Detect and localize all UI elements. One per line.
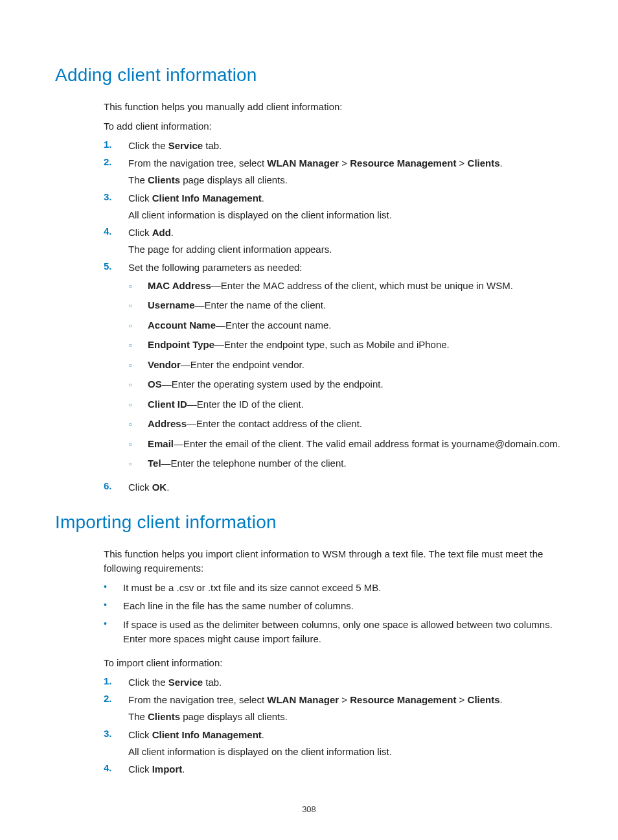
sub-body: Username—Enter the name of the client. xyxy=(148,298,563,313)
bullet-body: If space is used as the delimiter betwee… xyxy=(123,618,563,647)
circle-bullet-icon: ○ xyxy=(128,338,148,353)
circle-bullet-icon: ○ xyxy=(128,279,148,294)
bullet-dot-icon: • xyxy=(104,618,123,647)
circle-bullet-icon: ○ xyxy=(128,377,148,392)
bullet-body: It must be a .csv or .txt file and its s… xyxy=(123,581,563,596)
sub-item: ○Endpoint Type—Enter the endpoint type, … xyxy=(128,338,563,353)
step-number: 4. xyxy=(104,762,128,776)
circle-bullet-icon: ○ xyxy=(128,318,148,333)
step-line: Click the Service tab. xyxy=(128,139,563,153)
step-item: 3.Click Client Info Management.All clien… xyxy=(104,728,563,759)
page-number: 308 xyxy=(0,804,618,814)
step-number: 6. xyxy=(104,480,128,495)
step-body: Click Client Info Management.All client … xyxy=(128,191,563,222)
step-number: 2. xyxy=(104,693,128,724)
step-line: The page for adding client information a… xyxy=(128,242,563,257)
step-item: 1.Click the Service tab. xyxy=(104,675,563,690)
paragraph: This function helps you manually add cli… xyxy=(104,100,563,114)
sub-item: ○Account Name—Enter the account name. xyxy=(128,318,563,333)
step-item: 6.Click OK. xyxy=(104,480,563,495)
step-item: 4.Click Add.The page for adding client i… xyxy=(104,226,563,257)
step-body: From the navigation tree, select WLAN Ma… xyxy=(128,156,563,187)
sub-body: Client ID—Enter the ID of the client. xyxy=(148,397,563,412)
ordered-steps-a: 1.Click the Service tab.2.From the navig… xyxy=(104,139,563,495)
step-line: From the navigation tree, select WLAN Ma… xyxy=(128,693,563,707)
sub-item: ○Username—Enter the name of the client. xyxy=(128,298,563,313)
circle-bullet-icon: ○ xyxy=(128,417,148,432)
sub-item: ○Address—Enter the contact address of th… xyxy=(128,417,563,432)
sub-body: OS—Enter the operating system used by th… xyxy=(148,377,563,392)
section-body-b: This function helps you import client in… xyxy=(104,547,563,776)
step-line: Click OK. xyxy=(128,480,563,495)
sub-item: ○Tel—Enter the telephone number of the c… xyxy=(128,456,563,471)
paragraph: To add client information: xyxy=(104,119,563,134)
bullet-item: •Each line in the file has the same numb… xyxy=(104,599,563,614)
sub-list: ○MAC Address—Enter the MAC address of th… xyxy=(128,279,563,471)
paragraph: To import client information: xyxy=(104,656,563,670)
step-item: 4.Click Import. xyxy=(104,762,563,776)
sub-body: Vendor—Enter the endpoint vendor. xyxy=(148,358,563,373)
step-body: Click the Service tab. xyxy=(128,675,563,690)
bullet-dot-icon: • xyxy=(104,599,123,614)
sub-body: Email—Enter the email of the client. The… xyxy=(148,437,563,452)
sub-item: ○Email—Enter the email of the client. Th… xyxy=(128,437,563,452)
step-number: 2. xyxy=(104,156,128,187)
sub-body: Endpoint Type—Enter the endpoint type, s… xyxy=(148,338,563,353)
step-body: Set the following parameters as needed:○… xyxy=(128,261,563,476)
circle-bullet-icon: ○ xyxy=(128,456,148,471)
step-line: Click Import. xyxy=(128,762,563,776)
sub-body: Address—Enter the contact address of the… xyxy=(148,417,563,432)
bullet-item: •It must be a .csv or .txt file and its … xyxy=(104,581,563,596)
heading-adding-client-information: Adding client information xyxy=(55,65,563,86)
step-number: 1. xyxy=(104,675,128,690)
heading-importing-client-information: Importing client information xyxy=(55,512,563,533)
step-number: 4. xyxy=(104,226,128,257)
step-line: All client information is displayed on t… xyxy=(128,745,563,759)
step-item: 2.From the navigation tree, select WLAN … xyxy=(104,156,563,187)
paragraph: This function helps you import client in… xyxy=(104,547,563,576)
step-item: 3.Click Client Info Management.All clien… xyxy=(104,191,563,222)
ordered-steps-b: 1.Click the Service tab.2.From the navig… xyxy=(104,675,563,777)
step-body: From the navigation tree, select WLAN Ma… xyxy=(128,693,563,724)
circle-bullet-icon: ○ xyxy=(128,397,148,412)
step-number: 1. xyxy=(104,139,128,153)
sub-body: Account Name—Enter the account name. xyxy=(148,318,563,333)
step-item: 1.Click the Service tab. xyxy=(104,139,563,153)
sub-body: MAC Address—Enter the MAC address of the… xyxy=(148,279,563,294)
step-line: Click Add. xyxy=(128,226,563,240)
bullet-item: •If space is used as the delimiter betwe… xyxy=(104,618,563,647)
bullet-dot-icon: • xyxy=(104,581,123,596)
step-line: Set the following parameters as needed: xyxy=(128,261,563,275)
step-number: 5. xyxy=(104,261,128,476)
step-line: The Clients page displays all clients. xyxy=(128,710,563,724)
step-number: 3. xyxy=(104,191,128,222)
step-body: Click Add.The page for adding client inf… xyxy=(128,226,563,257)
bullet-body: Each line in the file has the same numbe… xyxy=(123,599,563,614)
section-body-a: This function helps you manually add cli… xyxy=(104,100,563,494)
step-line: Click Client Info Management. xyxy=(128,191,563,205)
step-number: 3. xyxy=(104,728,128,759)
step-line: All client information is displayed on t… xyxy=(128,208,563,222)
step-body: Click Client Info Management.All client … xyxy=(128,728,563,759)
document-page: Adding client information This function … xyxy=(0,0,618,840)
bulleted-list-b: •It must be a .csv or .txt file and its … xyxy=(104,581,563,647)
sub-body: Tel—Enter the telephone number of the cl… xyxy=(148,456,563,471)
circle-bullet-icon: ○ xyxy=(128,358,148,373)
step-body: Click the Service tab. xyxy=(128,139,563,153)
step-body: Click OK. xyxy=(128,480,563,495)
step-line: Click Client Info Management. xyxy=(128,728,563,742)
circle-bullet-icon: ○ xyxy=(128,437,148,452)
step-line: The Clients page displays all clients. xyxy=(128,173,563,187)
step-item: 2.From the navigation tree, select WLAN … xyxy=(104,693,563,724)
sub-item: ○MAC Address—Enter the MAC address of th… xyxy=(128,279,563,294)
sub-item: ○Client ID—Enter the ID of the client. xyxy=(128,397,563,412)
sub-item: ○OS—Enter the operating system used by t… xyxy=(128,377,563,392)
step-line: Click the Service tab. xyxy=(128,675,563,690)
step-line: From the navigation tree, select WLAN Ma… xyxy=(128,156,563,170)
sub-item: ○Vendor—Enter the endpoint vendor. xyxy=(128,358,563,373)
step-body: Click Import. xyxy=(128,762,563,776)
circle-bullet-icon: ○ xyxy=(128,298,148,313)
step-item: 5.Set the following parameters as needed… xyxy=(104,261,563,476)
